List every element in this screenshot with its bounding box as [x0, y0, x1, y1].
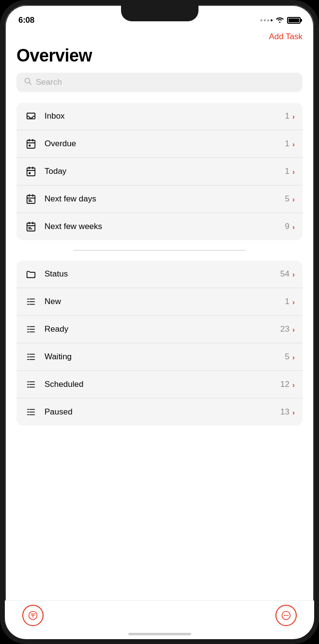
svg-rect-6 [29, 145, 30, 147]
waiting-label: Waiting [45, 352, 285, 362]
svg-rect-18 [27, 223, 35, 231]
ready-label: Ready [45, 324, 280, 334]
overdue-chevron: › [292, 140, 295, 148]
status-chevron: › [292, 270, 295, 278]
next-few-weeks-chevron: › [292, 223, 295, 231]
more-icon [281, 611, 291, 620]
add-task-row: Add Task [16, 29, 303, 46]
inbox-icon [24, 109, 38, 123]
paused-count: 13 [280, 407, 289, 417]
list-item-next-few-days[interactable]: Next few days 5 › [16, 185, 303, 213]
main-content: Add Task Overview Search [5, 29, 314, 600]
list-item-inbox[interactable]: Inbox 1 › [16, 103, 303, 130]
scheduled-chevron: › [292, 381, 295, 389]
waiting-chevron: › [292, 353, 295, 361]
svg-rect-12 [27, 196, 35, 204]
today-icon [24, 165, 38, 178]
svg-rect-11 [29, 172, 30, 174]
home-indicator [128, 633, 191, 635]
today-chevron: › [292, 168, 295, 176]
svg-rect-7 [27, 168, 35, 176]
waiting-list-icon [24, 350, 38, 364]
list-item-waiting[interactable]: Waiting 5 › [16, 343, 303, 371]
next-few-days-count: 5 [285, 194, 289, 204]
status-count: 54 [280, 269, 289, 279]
overdue-label: Overdue [45, 139, 285, 149]
section-divider [74, 250, 245, 251]
svg-rect-2 [27, 140, 35, 149]
scheduled-label: Scheduled [45, 380, 280, 389]
status-label: Status [45, 269, 280, 279]
svg-point-59 [284, 614, 285, 615]
paused-chevron: › [292, 408, 295, 416]
next-few-weeks-label: Next few weeks [45, 222, 285, 231]
paused-label: Paused [45, 407, 280, 417]
new-count: 1 [285, 297, 289, 307]
add-task-button[interactable]: Add Task [269, 32, 303, 42]
new-label: New [45, 297, 285, 307]
wifi-icon [275, 16, 284, 24]
list-item-status[interactable]: Status 54 › [16, 261, 303, 288]
list-item-next-few-weeks[interactable]: Next few weeks 9 › [16, 213, 303, 240]
filter-icon [28, 611, 38, 620]
filter-button[interactable] [22, 605, 44, 626]
page-title: Overview [16, 46, 303, 66]
phone-frame: 6:08 Add Task Overview [0, 0, 319, 644]
time-section-card: Inbox 1 › Overdue 1 › [16, 103, 303, 240]
search-placeholder: Search [36, 77, 62, 87]
svg-line-1 [30, 83, 31, 85]
list-item-paused[interactable]: Paused 13 › [16, 399, 303, 426]
overdue-count: 1 [285, 139, 289, 149]
ready-chevron: › [292, 325, 295, 334]
svg-point-61 [287, 614, 288, 615]
list-item-today[interactable]: Today 1 › [16, 158, 303, 185]
status-icons [260, 16, 301, 24]
list-item-scheduled[interactable]: Scheduled 12 › [16, 371, 303, 399]
notch [121, 5, 198, 21]
scheduled-count: 12 [280, 380, 289, 389]
ready-list-icon [24, 322, 38, 336]
inbox-count: 1 [285, 111, 289, 121]
list-item-new[interactable]: New 1 › [16, 288, 303, 316]
inbox-label: Inbox [45, 111, 285, 121]
waiting-count: 5 [285, 352, 289, 362]
status-folder-icon [24, 267, 38, 281]
today-count: 1 [285, 167, 289, 176]
overdue-icon [24, 137, 38, 151]
inbox-chevron: › [292, 112, 295, 121]
today-label: Today [45, 167, 285, 176]
ready-count: 23 [280, 324, 289, 334]
svg-point-60 [286, 614, 287, 615]
battery-icon [287, 17, 301, 24]
scheduled-list-icon [24, 378, 38, 391]
more-button[interactable] [275, 605, 297, 626]
status-time: 6:08 [18, 15, 34, 25]
new-list-icon [24, 295, 38, 308]
next-few-weeks-icon [24, 220, 38, 233]
paused-list-icon [24, 405, 38, 419]
signal-icon [260, 19, 273, 21]
next-few-days-label: Next few days [45, 194, 285, 204]
list-item-ready[interactable]: Ready 23 › [16, 316, 303, 343]
search-icon [24, 77, 32, 87]
search-bar[interactable]: Search [16, 73, 303, 92]
list-item-overdue[interactable]: Overdue 1 › [16, 130, 303, 158]
status-section-card: Status 54 › New 1 › [16, 261, 303, 426]
next-few-days-chevron: › [292, 195, 295, 203]
next-few-weeks-count: 9 [285, 222, 289, 231]
new-chevron: › [292, 298, 295, 306]
next-few-days-icon [24, 192, 38, 206]
